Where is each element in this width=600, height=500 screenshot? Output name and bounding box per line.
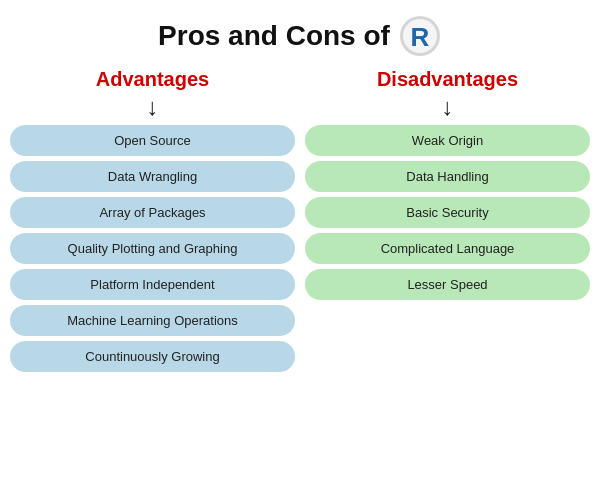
list-item: Open Source bbox=[10, 125, 295, 156]
list-item: Weak Origin bbox=[305, 125, 590, 156]
list-item: Countinuously Growing bbox=[10, 341, 295, 372]
list-item: Complicated Language bbox=[305, 233, 590, 264]
svg-text:R: R bbox=[411, 22, 430, 52]
page: Pros and Cons of R Advantages ↓ Open Sou… bbox=[0, 0, 600, 500]
list-item: Basic Security bbox=[305, 197, 590, 228]
list-item: Array of Packages bbox=[10, 197, 295, 228]
header: Pros and Cons of R bbox=[158, 14, 442, 58]
advantages-arrow: ↓ bbox=[147, 95, 159, 119]
disadvantages-title: Disadvantages bbox=[377, 68, 518, 91]
page-title: Pros and Cons of bbox=[158, 20, 390, 52]
disadvantages-column: Disadvantages ↓ Weak Origin Data Handlin… bbox=[305, 68, 590, 500]
disadvantages-arrow: ↓ bbox=[442, 95, 454, 119]
advantages-title: Advantages bbox=[96, 68, 209, 91]
list-item: Lesser Speed bbox=[305, 269, 590, 300]
list-item: Data Wrangling bbox=[10, 161, 295, 192]
list-item: Data Handling bbox=[305, 161, 590, 192]
list-item: Platform Independent bbox=[10, 269, 295, 300]
advantages-column: Advantages ↓ Open Source Data Wrangling … bbox=[10, 68, 295, 500]
columns-container: Advantages ↓ Open Source Data Wrangling … bbox=[0, 68, 600, 500]
list-item: Quality Plotting and Graphing bbox=[10, 233, 295, 264]
list-item: Machine Learning Operations bbox=[10, 305, 295, 336]
r-logo-icon: R bbox=[398, 14, 442, 58]
